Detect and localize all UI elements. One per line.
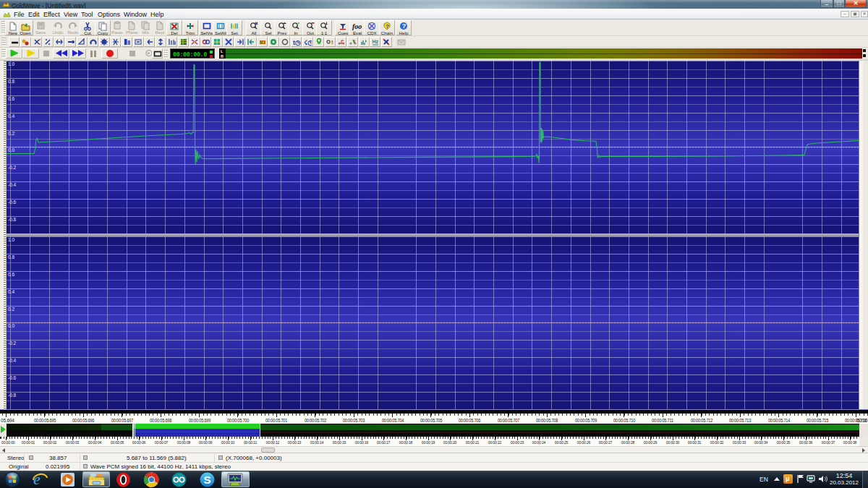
svg-text:foo: foo bbox=[352, 22, 362, 30]
svg-text:!: ! bbox=[331, 39, 333, 46]
svg-text:Hz: Hz bbox=[372, 39, 378, 44]
svg-text:?: ? bbox=[386, 23, 389, 30]
svg-text:☇◷: ☇◷ bbox=[304, 39, 312, 46]
svg-text:t◷: t◷ bbox=[293, 39, 301, 46]
svg-text:S: S bbox=[204, 474, 211, 486]
svg-text:?: ? bbox=[402, 22, 407, 30]
